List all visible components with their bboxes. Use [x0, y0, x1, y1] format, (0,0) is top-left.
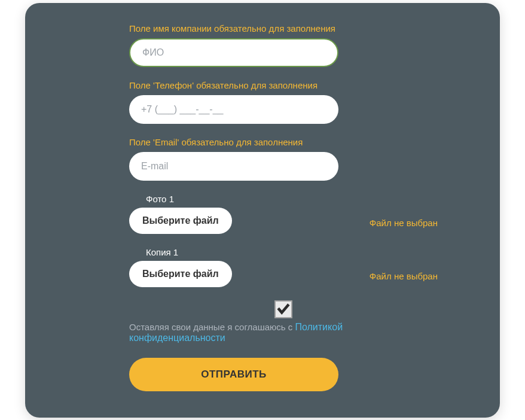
consent-line: Оставляя свои данные я соглашаюсь с Поли… [129, 322, 438, 343]
file2-label: Копия 1 [129, 247, 178, 257]
consent-text: Оставляя свои данные я соглашаюсь с [129, 322, 295, 332]
phone-input[interactable] [129, 95, 338, 124]
file1-choose-button[interactable]: Выберите файл [129, 208, 232, 234]
company-name-error: Поле имя компании обязательно для заполн… [129, 23, 438, 34]
file2-group: Копия 1 Выберите файл Файл не выбран [129, 247, 438, 287]
name-input[interactable] [129, 38, 338, 67]
phone-error: Поле 'Телефон' обязательно для заполнени… [129, 80, 438, 90]
checkmark-icon [277, 303, 290, 316]
file1-label: Фото 1 [129, 194, 174, 204]
submit-button[interactable]: ОТПРАВИТЬ [129, 358, 338, 391]
file1-left: Фото 1 Выберите файл [129, 194, 232, 234]
phone-field-group: Поле 'Телефон' обязательно для заполнени… [129, 80, 438, 124]
checkbox-wrap [129, 300, 438, 318]
email-error: Поле 'Email' обязательно для заполнения [129, 137, 438, 147]
consent-checkbox[interactable] [274, 300, 292, 318]
file2-left: Копия 1 Выберите файл [129, 247, 232, 287]
file2-choose-button[interactable]: Выберите файл [129, 261, 232, 287]
form-container: Поле имя компании обязательно для заполн… [25, 3, 500, 418]
file2-status: Файл не выбран [370, 271, 438, 287]
email-input[interactable] [129, 152, 338, 181]
form-inner: Поле имя компании обязательно для заполн… [63, 23, 462, 391]
file1-group: Фото 1 Выберите файл Файл не выбран [129, 194, 438, 234]
name-field-group: Поле имя компании обязательно для заполн… [129, 23, 438, 67]
consent-block: Оставляя свои данные я соглашаюсь с Поли… [129, 300, 438, 343]
file1-status: Файл не выбран [370, 218, 438, 234]
email-field-group: Поле 'Email' обязательно для заполнения [129, 137, 438, 181]
